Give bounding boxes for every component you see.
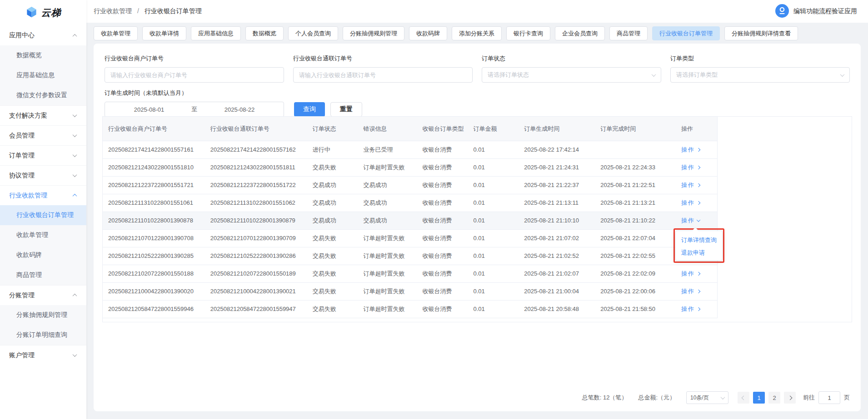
row-action-link[interactable]: 操作 — [681, 270, 700, 278]
chevron-right-icon — [788, 395, 792, 400]
sidebar-item-0-1[interactable]: 应用基础信息 — [0, 65, 86, 85]
tab-6[interactable]: 收款码牌 — [409, 26, 447, 40]
chevron-down-icon — [697, 218, 700, 222]
app-logo: 云梯 — [0, 0, 86, 25]
goto-page-input[interactable] — [818, 391, 840, 404]
cell: 0.01 — [468, 146, 519, 154]
cell: 20250821210252228001390285 — [103, 252, 205, 260]
order-status-select[interactable]: 请选择订单状态 — [482, 67, 661, 83]
tab-8[interactable]: 银行卡查询 — [506, 26, 550, 40]
row-action-link[interactable]: 操作 — [681, 305, 700, 313]
page-button-2[interactable]: 2 — [768, 392, 780, 404]
prev-page-button[interactable] — [738, 392, 749, 404]
tab-12[interactable]: 分账抽佣规则详情查看 — [724, 26, 798, 40]
tab-1[interactable]: 收款单详情 — [142, 26, 186, 40]
sidebar-item-5-1[interactable]: 收款单管理 — [0, 225, 86, 245]
date-range-separator: 至 — [189, 105, 200, 113]
cell: 2025-08-22 17:42:14 — [519, 146, 595, 154]
column-header-4: 收银台订单类型 — [417, 125, 468, 133]
sidebar-group-6[interactable]: 分账管理 — [0, 285, 86, 305]
cell: 2025-08-21 21:02:52 — [519, 252, 595, 260]
merchant-order-label: 行业收银台商户订单号 — [105, 54, 284, 63]
cell: 交易失败 — [307, 234, 358, 242]
sidebar-item-6-0[interactable]: 分账抽佣规则管理 — [0, 305, 86, 325]
chevron-right-icon — [697, 183, 700, 187]
row-action-link[interactable]: 操作 — [681, 217, 700, 225]
page-button-1[interactable]: 1 — [753, 392, 765, 404]
dropdown-item-refund[interactable]: 退款申请 — [676, 246, 722, 259]
breadcrumb-separator: / — [137, 7, 139, 15]
date-end[interactable]: 2025-08-22 — [200, 106, 279, 113]
chevron-right-icon — [697, 290, 700, 293]
column-header-6: 订单生成时间 — [519, 125, 595, 133]
row-action-link[interactable]: 操作 — [681, 146, 700, 154]
cell: 收银台消费 — [417, 287, 468, 296]
table-row: 2025082121025222800139028520250821210252… — [103, 247, 717, 265]
cell: 20250821210701228001390708 — [103, 234, 205, 242]
order-type-select[interactable]: 请选择订单类型 — [670, 67, 850, 83]
sidebar-group-0[interactable]: 应用中心 — [0, 25, 86, 45]
dropdown-item-order-detail[interactable]: 订单详情查询 — [676, 234, 722, 246]
table-row: 2025082121020722800155018820250821210207… — [103, 265, 717, 283]
date-start[interactable]: 2025-08-01 — [110, 106, 189, 113]
cell: 2025-08-21 21:22:51 — [595, 181, 676, 189]
tab-0[interactable]: 收款单管理 — [94, 26, 138, 40]
app-badge[interactable]: 编辑功能流程验证应用 — [775, 4, 857, 19]
column-header-7: 订单完成时间 — [595, 125, 676, 133]
date-range-picker[interactable]: 2025-08-01 至 2025-08-22 — [105, 102, 284, 117]
sidebar-group-7[interactable]: 账户管理 — [0, 345, 86, 365]
cell-actions: 操作 — [676, 146, 717, 154]
next-page-button[interactable] — [784, 392, 796, 404]
order-type-placeholder: 请选择订单类型 — [676, 71, 718, 79]
chevron-right-icon — [697, 166, 700, 169]
tab-10[interactable]: 商品管理 — [609, 26, 648, 40]
cell: 0.01 — [468, 287, 519, 296]
topbar: 行业收款管理 / 行业收银台订单管理 编辑功能流程验证应用 — [86, 0, 868, 23]
chevron-down-icon — [721, 395, 725, 399]
tab-11[interactable]: 行业收银台订单管理 — [652, 26, 720, 40]
cell: 2025-08-21 21:10:10 — [519, 217, 595, 225]
tab-2[interactable]: 应用基础信息 — [191, 26, 241, 40]
cell: 20250821211010228001390878 — [103, 217, 205, 225]
sidebar-item-5-2[interactable]: 收款码牌 — [0, 245, 86, 265]
sidebar-group-2[interactable]: 会员管理 — [0, 125, 86, 145]
tab-4[interactable]: 个人会员查询 — [288, 26, 338, 40]
sidebar-item-0-2[interactable]: 微信支付参数设置 — [0, 85, 86, 105]
reset-button[interactable]: 重置 — [330, 102, 362, 117]
allinpay-order-input[interactable] — [293, 67, 473, 83]
sidebar-group-4[interactable]: 协议管理 — [0, 165, 86, 185]
search-button[interactable]: 查询 — [294, 102, 325, 117]
breadcrumb-parent[interactable]: 行业收款管理 — [94, 7, 132, 15]
sidebar-item-5-3[interactable]: 商品管理 — [0, 265, 86, 285]
row-action-link[interactable]: 操作 — [681, 287, 700, 296]
user-badge-icon — [775, 4, 789, 19]
tab-5[interactable]: 分账抽佣规则管理 — [343, 26, 404, 40]
sidebar-group-3[interactable]: 订单管理 — [0, 145, 86, 165]
sidebar-group-5[interactable]: 行业收款管理 — [0, 185, 86, 205]
page-numbers: 12 — [751, 392, 782, 404]
sidebar-item-0-0[interactable]: 数据概览 — [0, 45, 86, 65]
cell: 20250821210004228001390020 — [103, 287, 205, 296]
merchant-order-input[interactable] — [105, 67, 284, 83]
cell: 20250821205847228001559947 — [205, 305, 307, 313]
sidebar-group-1[interactable]: 支付解决方案 — [0, 105, 86, 125]
field-order-type: 订单类型 请选择订单类型 — [670, 54, 850, 83]
cell: 20250821211010228001390879 — [205, 217, 307, 225]
page-size-select[interactable]: 10条/页 — [686, 391, 728, 404]
sidebar-item-6-1[interactable]: 分账订单明细查询 — [0, 325, 86, 345]
cell: 20250821211310228001551062 — [205, 199, 307, 207]
chevron-left-icon — [741, 395, 746, 400]
chevron-right-icon — [697, 272, 700, 276]
cell: 2025-08-21 21:07:02 — [519, 234, 595, 242]
chevron-down-icon — [840, 72, 845, 77]
row-action-link[interactable]: 操作 — [681, 163, 700, 172]
cell: 收银台消费 — [417, 305, 468, 313]
tab-7[interactable]: 添加分账关系 — [452, 26, 502, 40]
tab-3[interactable]: 数据概览 — [245, 26, 284, 40]
cell: 20250821211310228001551061 — [103, 199, 205, 207]
row-action-link[interactable]: 操作 — [681, 181, 700, 189]
tab-9[interactable]: 企业会员查询 — [555, 26, 605, 40]
row-action-link[interactable]: 操作 — [681, 199, 700, 207]
sidebar-item-5-0[interactable]: 行业收银台订单管理 — [0, 205, 86, 225]
cell: 20250821212237228001551722 — [205, 181, 307, 189]
